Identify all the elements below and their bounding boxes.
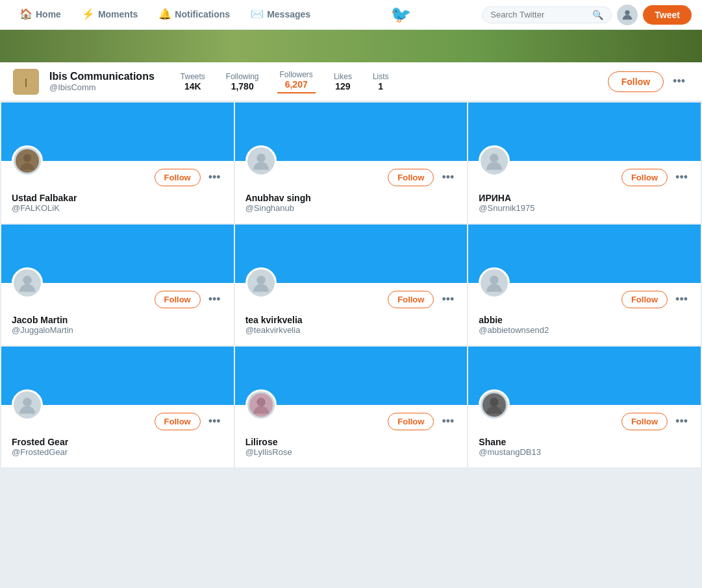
profile-name-block: Ibis Communications @IbisComm	[49, 71, 155, 92]
follow-button[interactable]: Follow	[621, 291, 668, 308]
search-box: 🔍	[482, 6, 612, 23]
card-avatar[interactable]	[479, 145, 510, 177]
follower-card: Follow ••• Jacob Martin @JuggaloMartin	[1, 225, 234, 345]
nav-moments[interactable]: ⚡ Moments	[73, 0, 147, 30]
card-body: Follow ••• Anubhav singh @Singhanub	[235, 161, 468, 223]
stat-following-value: 1,780	[226, 81, 259, 92]
follow-button[interactable]: Follow	[155, 169, 201, 186]
follower-card: Follow ••• Ustad Falbakar @FALKOLiK	[1, 103, 234, 223]
follow-button[interactable]: Follow	[388, 413, 434, 430]
tweet-button[interactable]: Tweet	[643, 5, 692, 25]
card-handle: @FALKOLiK	[12, 203, 223, 213]
profile-actions: Follow •••	[608, 71, 689, 92]
more-options-button[interactable]: •••	[673, 413, 690, 430]
card-actions: Follow •••	[479, 169, 690, 186]
followers-grid: Follow ••• Ustad Falbakar @FALKOLiK Foll…	[0, 101, 702, 469]
follower-card: Follow ••• Shane @mustangDB13	[468, 347, 701, 467]
card-actions: Follow •••	[12, 413, 223, 430]
notifications-icon: 🔔	[158, 8, 171, 20]
stat-likes[interactable]: Likes 129	[331, 72, 355, 92]
stat-followers-label: Followers	[280, 70, 313, 79]
card-handle: @JuggaloMartin	[12, 325, 223, 335]
card-body: Follow ••• tea kvirkvelia @teakvirkvelia	[235, 283, 468, 345]
stat-lists-label: Lists	[373, 72, 389, 81]
card-handle: @teakvirkvelia	[245, 325, 457, 335]
more-options-button[interactable]: •••	[206, 291, 223, 308]
card-handle: @abbietownsend2	[479, 325, 690, 335]
messages-icon: ✉️	[251, 8, 264, 20]
stat-following[interactable]: Following 1,780	[223, 72, 262, 92]
card-handle: @mustangDB13	[479, 447, 690, 457]
stat-lists-value: 1	[373, 81, 389, 92]
stat-tweets-label: Tweets	[181, 72, 205, 81]
card-body: Follow ••• abbie @abbietownsend2	[468, 283, 701, 345]
stat-tweets[interactable]: Tweets 14K	[178, 72, 208, 92]
card-avatar[interactable]	[12, 267, 43, 299]
card-name: Frosted Gear	[12, 437, 223, 447]
card-body: Follow ••• Jacob Martin @JuggaloMartin	[1, 283, 234, 345]
more-options-button[interactable]: •••	[439, 413, 457, 430]
nav-moments-label: Moments	[98, 9, 138, 19]
svg-point-4	[23, 154, 31, 162]
card-name: Ustad Falbakar	[12, 193, 223, 203]
card-body: Follow ••• Ustad Falbakar @FALKOLiK	[1, 161, 234, 223]
card-actions: Follow •••	[245, 291, 457, 308]
card-handle: @Snurnik1975	[479, 203, 690, 213]
nav-messages[interactable]: ✉️ Messages	[242, 0, 320, 30]
search-icon: 🔍	[592, 10, 603, 20]
card-body: Follow ••• Frosted Gear @FrostedGear	[1, 405, 234, 467]
more-options-button[interactable]: •••	[206, 413, 223, 430]
more-options-button[interactable]: •••	[439, 291, 457, 308]
twitter-logo: 🐦	[390, 5, 411, 25]
follower-card: Follow ••• abbie @abbietownsend2	[468, 225, 701, 345]
card-avatar[interactable]	[245, 145, 277, 177]
card-avatar[interactable]	[479, 389, 510, 421]
profile-follow-button[interactable]: Follow	[608, 71, 664, 92]
card-body: Follow ••• Lilirose @LyllisRose	[235, 405, 468, 467]
follow-button[interactable]: Follow	[155, 291, 201, 308]
card-avatar[interactable]	[245, 267, 277, 299]
card-actions: Follow •••	[479, 413, 690, 430]
card-avatar[interactable]	[245, 389, 277, 421]
follow-button[interactable]: Follow	[388, 291, 434, 308]
nav-notifications-label: Notifications	[175, 9, 230, 19]
follower-card: Follow ••• Frosted Gear @FrostedGear	[1, 347, 234, 467]
search-input[interactable]	[490, 10, 590, 19]
nav-notifications[interactable]: 🔔 Notifications	[149, 0, 239, 30]
follow-button[interactable]: Follow	[155, 413, 201, 430]
svg-point-0	[625, 10, 630, 14]
card-name: abbie	[479, 315, 690, 325]
card-avatar[interactable]	[12, 389, 43, 421]
more-options-button[interactable]: •••	[673, 169, 690, 186]
stat-lists[interactable]: Lists 1	[370, 72, 392, 92]
card-handle: @Singhanub	[245, 203, 457, 213]
svg-point-14	[490, 276, 499, 285]
card-avatar[interactable]	[12, 145, 43, 177]
card-actions: Follow •••	[245, 169, 457, 186]
svg-point-16	[23, 398, 32, 407]
profile-avatar[interactable]: I	[13, 69, 39, 95]
more-options-button[interactable]: •••	[206, 169, 223, 186]
follower-card: Follow ••• Anubhav singh @Singhanub	[235, 103, 468, 223]
user-avatar[interactable]	[617, 5, 638, 25]
svg-point-12	[257, 276, 266, 285]
follow-button[interactable]: Follow	[388, 169, 434, 186]
nav-left: 🏠 Home ⚡ Moments 🔔 Notifications ✉️ Mess…	[10, 0, 320, 30]
card-actions: Follow •••	[12, 291, 223, 308]
profile-handle: @IbisComm	[49, 82, 155, 92]
more-options-button[interactable]: •••	[439, 169, 457, 186]
more-options-button[interactable]: •••	[673, 291, 690, 308]
nav-home[interactable]: 🏠 Home	[10, 0, 70, 30]
main-content: I Ibis Communications @IbisComm Tweets 1…	[0, 30, 702, 469]
card-avatar[interactable]	[479, 267, 510, 299]
follow-button[interactable]: Follow	[621, 169, 668, 186]
card-handle: @LyllisRose	[245, 447, 457, 457]
follow-button[interactable]: Follow	[621, 413, 668, 430]
card-body: Follow ••• ИРИНА @Snurnik1975	[468, 161, 701, 223]
stat-followers-value: 6,207	[280, 79, 313, 90]
profile-more-button[interactable]: •••	[669, 72, 689, 91]
card-name: Anubhav singh	[245, 193, 457, 203]
stat-followers[interactable]: Followers 6,207	[277, 70, 316, 93]
nav-home-label: Home	[36, 9, 61, 19]
stat-following-label: Following	[226, 72, 259, 81]
